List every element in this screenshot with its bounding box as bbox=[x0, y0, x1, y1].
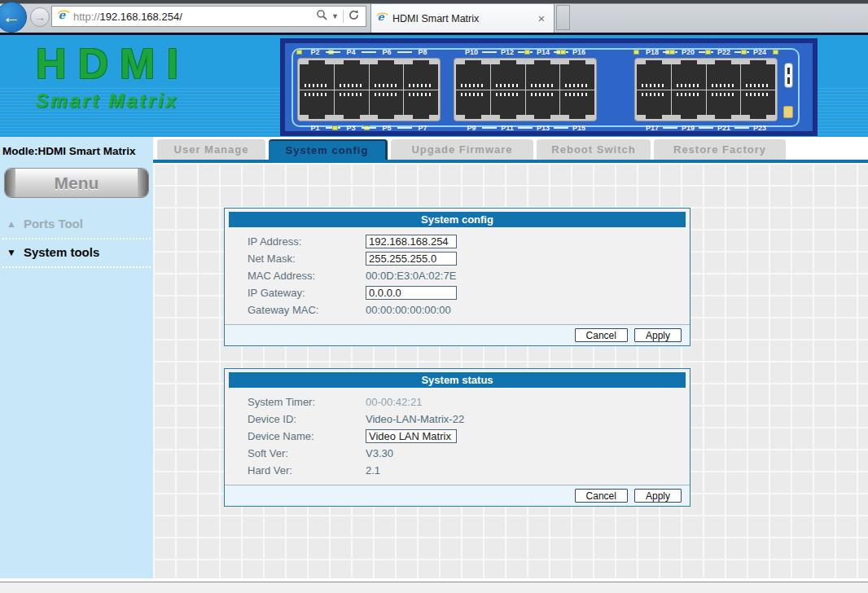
port-label: P11 bbox=[501, 124, 514, 132]
forward-arrow-icon: → bbox=[34, 11, 46, 24]
port-label: P9 bbox=[467, 124, 476, 132]
url-text[interactable]: http://192.168.168.254/ bbox=[73, 11, 316, 23]
search-icon[interactable] bbox=[316, 9, 327, 24]
back-arrow-icon: ← bbox=[2, 7, 20, 28]
power-connector bbox=[784, 63, 793, 88]
tab-restore-factory[interactable]: Restore Factory bbox=[654, 139, 786, 160]
port-label: P17 bbox=[646, 124, 659, 132]
port-labels-bottom: P17 P19 P21 P23 bbox=[634, 122, 778, 133]
port-label: P14 bbox=[537, 48, 550, 56]
port-label: P8 bbox=[418, 48, 427, 56]
tab-close-icon[interactable]: × bbox=[534, 11, 549, 25]
port-labels-top: P2 P4 P6 P8 bbox=[297, 46, 441, 58]
port-label: P20 bbox=[682, 48, 695, 56]
address-bar-controls: ▼ bbox=[316, 9, 366, 24]
ie-logo-icon: e bbox=[57, 8, 70, 24]
switch-front-panel-image: P2 P4 P6 P8 P1 P3 P5 P7 bbox=[280, 38, 818, 136]
port-led bbox=[669, 50, 675, 55]
apply-button[interactable]: Apply bbox=[634, 328, 682, 342]
page-content: Modle:HDMI Smart Matrix Menu ▲ Ports Too… bbox=[0, 137, 868, 578]
rj45-port bbox=[491, 90, 525, 116]
field-label: IP Address: bbox=[248, 235, 366, 248]
cancel-button[interactable]: Cancel bbox=[575, 489, 628, 503]
svg-text:e: e bbox=[378, 11, 385, 23]
rj45-block bbox=[634, 58, 778, 121]
device-name-field[interactable] bbox=[366, 429, 457, 443]
workspace: System config IP Address: Net Mask: MAC … bbox=[153, 163, 868, 578]
soft-version-value: V3.30 bbox=[366, 447, 393, 459]
panel-rows: IP Address: Net Mask: MAC Address: 00:0D… bbox=[225, 231, 690, 324]
system-config-panel: System config IP Address: Net Mask: MAC … bbox=[224, 208, 690, 346]
tab-system-config[interactable]: System config bbox=[269, 139, 388, 160]
port-group-3: P18 P20 P22 P24 P17 P19 P21 P23 bbox=[634, 46, 778, 133]
port-led bbox=[741, 50, 747, 55]
rj45-port bbox=[637, 90, 671, 116]
tab-reboot-switch[interactable]: Reboot Switch bbox=[537, 139, 651, 160]
logo-line1: HDMI bbox=[36, 42, 190, 86]
browser-tab[interactable]: e HDMI Smart Matrix × bbox=[370, 3, 555, 33]
new-tab-button[interactable] bbox=[556, 5, 570, 30]
divider bbox=[2, 266, 151, 268]
port-label: P6 bbox=[382, 48, 391, 56]
address-bar[interactable]: e http://192.168.168.254/ ▼ bbox=[51, 6, 366, 27]
search-dropdown-caret-icon[interactable]: ▼ bbox=[331, 12, 339, 20]
form-row: Gateway MAC: 00:00:00:00:00:00 bbox=[225, 301, 690, 318]
model-label: Modle:HDMI Smart Matrix bbox=[0, 137, 153, 157]
field-label: Device ID: bbox=[248, 413, 366, 425]
tab-label: User Manage bbox=[174, 143, 249, 156]
tab-upgrade-firmware[interactable]: Upgade Firmware bbox=[391, 139, 533, 160]
form-row: Soft Ver: V3.30 bbox=[225, 445, 690, 462]
mac-address-value: 00:0D:E3:0A:02:7E bbox=[366, 270, 456, 282]
port-led bbox=[633, 50, 639, 55]
sidebar-item-system-tools[interactable]: ▼ System tools bbox=[0, 239, 153, 264]
forward-button[interactable]: → bbox=[30, 7, 50, 27]
rj45-port bbox=[335, 90, 369, 116]
rj45-port bbox=[560, 64, 594, 90]
port-label: P5 bbox=[382, 124, 391, 132]
net-mask-field[interactable] bbox=[366, 252, 457, 266]
sidebar-item-ports-tool[interactable]: ▲ Ports Tool bbox=[0, 211, 153, 235]
sidebar: Modle:HDMI Smart Matrix Menu ▲ Ports Too… bbox=[0, 137, 153, 578]
tab-label: Upgade Firmware bbox=[411, 143, 512, 156]
form-row: IP Gateway: bbox=[225, 284, 690, 301]
port-led bbox=[705, 50, 711, 55]
page-banner: HDMI Smart Matrix P2 P4 P6 P8 P1 P bbox=[0, 33, 868, 137]
form-row: MAC Address: 00:0D:E3:0A:02:7E bbox=[225, 267, 690, 284]
ip-gateway-field[interactable] bbox=[366, 286, 457, 300]
form-row: System Timer: 00-00:42:21 bbox=[225, 393, 690, 411]
field-label: Device Name: bbox=[248, 430, 366, 442]
rj45-port bbox=[707, 64, 741, 90]
rj45-port bbox=[491, 64, 525, 90]
brand-logo: HDMI Smart Matrix bbox=[36, 42, 190, 112]
url-scheme: http:// bbox=[73, 11, 100, 23]
url-host: 192.168.168.254/ bbox=[100, 11, 182, 23]
port-label: P22 bbox=[717, 48, 730, 56]
rj45-port bbox=[741, 64, 775, 90]
port-led bbox=[773, 50, 778, 55]
refresh-icon[interactable] bbox=[348, 9, 360, 24]
port-labels-top: P10 P12 P14 P16 bbox=[454, 46, 597, 58]
field-label: Net Mask: bbox=[248, 253, 366, 265]
port-label: P12 bbox=[501, 48, 514, 56]
tab-bar: User Manage System config Upgade Firmwar… bbox=[157, 139, 868, 160]
apply-button[interactable]: Apply bbox=[634, 489, 682, 503]
port-led bbox=[524, 50, 530, 55]
panel-footer: Cancel Apply bbox=[225, 485, 690, 506]
form-row: Device ID: Video-LAN-Matrix-22 bbox=[225, 411, 690, 428]
back-button[interactable]: ← bbox=[0, 2, 27, 33]
port-led bbox=[296, 50, 302, 55]
tab-user-manage[interactable]: User Manage bbox=[157, 139, 265, 160]
rj45-port bbox=[560, 90, 594, 116]
menu-button[interactable]: Menu bbox=[4, 168, 149, 198]
port-label: P24 bbox=[753, 48, 766, 56]
expanded-triangle-icon: ▼ bbox=[7, 247, 16, 258]
cancel-button[interactable]: Cancel bbox=[575, 328, 628, 342]
port-label: P3 bbox=[346, 124, 355, 132]
tab-label: System config bbox=[286, 144, 369, 156]
system-timer-value: 00-00:42:21 bbox=[366, 396, 422, 408]
form-row: Hard Ver: 2.1 bbox=[225, 462, 690, 479]
field-label: IP Gateway: bbox=[248, 287, 366, 299]
main-area: User Manage System config Upgade Firmwar… bbox=[153, 137, 868, 578]
port-label: P19 bbox=[682, 124, 695, 132]
ip-address-field[interactable] bbox=[366, 235, 457, 248]
